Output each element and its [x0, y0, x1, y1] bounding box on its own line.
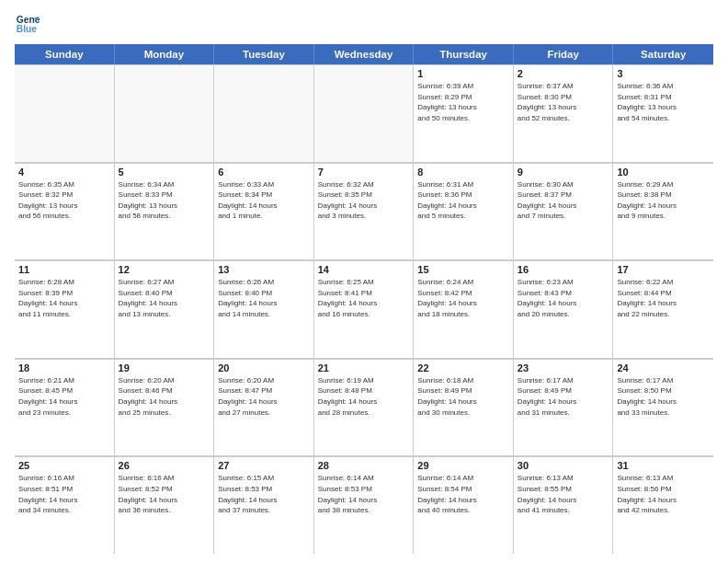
cal-day-30: 30Sunrise: 6:13 AM Sunset: 8:55 PM Dayli… [514, 456, 614, 554]
day-info: Sunrise: 6:18 AM Sunset: 8:49 PM Dayligh… [417, 375, 509, 418]
day-number: 15 [417, 264, 509, 275]
day-info: Sunrise: 6:29 AM Sunset: 8:38 PM Dayligh… [617, 179, 710, 222]
day-info: Sunrise: 6:27 AM Sunset: 8:40 PM Dayligh… [119, 277, 210, 319]
day-header-thursday: Thursday [414, 44, 514, 64]
day-number: 12 [119, 264, 210, 275]
cal-day-empty [15, 64, 115, 162]
cal-day-26: 26Sunrise: 6:16 AM Sunset: 8:52 PM Dayli… [115, 456, 215, 554]
day-number: 25 [18, 460, 110, 471]
cal-day-5: 5Sunrise: 6:34 AM Sunset: 8:33 PM Daylig… [115, 163, 215, 260]
calendar-body: 1Sunrise: 6:39 AM Sunset: 8:29 PM Daylig… [15, 64, 713, 554]
day-number: 7 [318, 167, 410, 178]
day-info: Sunrise: 6:30 AM Sunset: 8:37 PM Dayligh… [518, 179, 609, 222]
calendar: SundayMondayTuesdayWednesdayThursdayFrid… [15, 44, 713, 554]
day-info: Sunrise: 6:17 AM Sunset: 8:50 PM Dayligh… [617, 375, 710, 418]
day-info: Sunrise: 6:16 AM Sunset: 8:52 PM Dayligh… [119, 473, 210, 515]
day-number: 19 [119, 362, 210, 373]
day-info: Sunrise: 6:15 AM Sunset: 8:53 PM Dayligh… [218, 473, 310, 515]
day-info: Sunrise: 6:32 AM Sunset: 8:35 PM Dayligh… [318, 179, 410, 222]
day-info: Sunrise: 6:39 AM Sunset: 8:29 PM Dayligh… [417, 81, 509, 123]
day-number: 16 [518, 264, 609, 275]
day-number: 5 [119, 167, 210, 178]
header: General Blue [15, 11, 713, 37]
day-number: 10 [617, 167, 710, 178]
day-info: Sunrise: 6:25 AM Sunset: 8:41 PM Dayligh… [318, 277, 410, 319]
day-info: Sunrise: 6:24 AM Sunset: 8:42 PM Dayligh… [417, 277, 509, 319]
day-info: Sunrise: 6:23 AM Sunset: 8:43 PM Dayligh… [518, 277, 609, 319]
day-info: Sunrise: 6:28 AM Sunset: 8:39 PM Dayligh… [18, 277, 110, 319]
cal-day-11: 11Sunrise: 6:28 AM Sunset: 8:39 PM Dayli… [15, 260, 115, 358]
day-number: 31 [617, 460, 710, 471]
day-number: 3 [617, 68, 710, 79]
day-number: 8 [417, 167, 509, 178]
day-info: Sunrise: 6:36 AM Sunset: 8:31 PM Dayligh… [617, 81, 710, 123]
day-number: 2 [518, 68, 609, 79]
day-number: 21 [318, 362, 410, 373]
cal-day-22: 22Sunrise: 6:18 AM Sunset: 8:49 PM Dayli… [414, 359, 514, 456]
day-number: 6 [218, 167, 310, 178]
page: General Blue SundayMondayTuesdayWednesda… [0, 0, 728, 563]
day-header-tuesday: Tuesday [214, 44, 314, 64]
cal-day-3: 3Sunrise: 6:36 AM Sunset: 8:31 PM Daylig… [613, 64, 713, 162]
day-info: Sunrise: 6:35 AM Sunset: 8:32 PM Dayligh… [18, 179, 110, 222]
logo-icon: General Blue [15, 11, 40, 37]
day-number: 20 [218, 362, 310, 373]
cal-day-21: 21Sunrise: 6:19 AM Sunset: 8:48 PM Dayli… [314, 359, 415, 456]
cal-day-8: 8Sunrise: 6:31 AM Sunset: 8:36 PM Daylig… [414, 163, 514, 260]
cal-day-empty [214, 64, 314, 162]
cal-day-12: 12Sunrise: 6:27 AM Sunset: 8:40 PM Dayli… [115, 260, 215, 358]
cal-day-27: 27Sunrise: 6:15 AM Sunset: 8:53 PM Dayli… [214, 456, 314, 554]
cal-day-28: 28Sunrise: 6:14 AM Sunset: 8:53 PM Dayli… [314, 456, 415, 554]
cal-day-23: 23Sunrise: 6:17 AM Sunset: 8:49 PM Dayli… [514, 359, 614, 456]
cal-day-13: 13Sunrise: 6:26 AM Sunset: 8:40 PM Dayli… [214, 260, 314, 358]
cal-day-1: 1Sunrise: 6:39 AM Sunset: 8:29 PM Daylig… [414, 64, 514, 162]
day-info: Sunrise: 6:22 AM Sunset: 8:44 PM Dayligh… [617, 277, 710, 319]
calendar-header: SundayMondayTuesdayWednesdayThursdayFrid… [15, 44, 713, 64]
cal-day-19: 19Sunrise: 6:20 AM Sunset: 8:46 PM Dayli… [115, 359, 215, 456]
calendar-week-2: 4Sunrise: 6:35 AM Sunset: 8:32 PM Daylig… [15, 163, 713, 261]
day-number: 17 [617, 264, 710, 275]
day-number: 27 [218, 460, 310, 471]
cal-day-31: 31Sunrise: 6:13 AM Sunset: 8:56 PM Dayli… [613, 456, 713, 554]
cal-day-4: 4Sunrise: 6:35 AM Sunset: 8:32 PM Daylig… [15, 163, 115, 260]
day-info: Sunrise: 6:33 AM Sunset: 8:34 PM Dayligh… [218, 179, 310, 222]
cal-day-15: 15Sunrise: 6:24 AM Sunset: 8:42 PM Dayli… [414, 260, 514, 358]
cal-day-9: 9Sunrise: 6:30 AM Sunset: 8:37 PM Daylig… [514, 163, 614, 260]
day-number: 29 [417, 460, 509, 471]
day-number: 24 [617, 362, 710, 373]
cal-day-29: 29Sunrise: 6:14 AM Sunset: 8:54 PM Dayli… [414, 456, 514, 554]
day-header-monday: Monday [115, 44, 215, 64]
cal-day-18: 18Sunrise: 6:21 AM Sunset: 8:45 PM Dayli… [15, 359, 115, 456]
day-number: 1 [417, 68, 509, 79]
day-number: 11 [18, 264, 110, 275]
day-info: Sunrise: 6:13 AM Sunset: 8:56 PM Dayligh… [617, 473, 710, 515]
cal-day-17: 17Sunrise: 6:22 AM Sunset: 8:44 PM Dayli… [613, 260, 713, 358]
day-info: Sunrise: 6:34 AM Sunset: 8:33 PM Dayligh… [119, 179, 210, 222]
day-info: Sunrise: 6:19 AM Sunset: 8:48 PM Dayligh… [318, 375, 410, 418]
cal-day-7: 7Sunrise: 6:32 AM Sunset: 8:35 PM Daylig… [314, 163, 415, 260]
day-number: 18 [18, 362, 110, 373]
day-info: Sunrise: 6:14 AM Sunset: 8:54 PM Dayligh… [417, 473, 509, 515]
day-info: Sunrise: 6:37 AM Sunset: 8:30 PM Dayligh… [518, 81, 609, 123]
calendar-week-1: 1Sunrise: 6:39 AM Sunset: 8:29 PM Daylig… [15, 64, 713, 163]
day-number: 23 [518, 362, 609, 373]
cal-day-24: 24Sunrise: 6:17 AM Sunset: 8:50 PM Dayli… [613, 359, 713, 456]
svg-text:Blue: Blue [17, 24, 38, 34]
day-header-friday: Friday [514, 44, 614, 64]
day-number: 26 [119, 460, 210, 471]
day-number: 14 [318, 264, 410, 275]
day-info: Sunrise: 6:26 AM Sunset: 8:40 PM Dayligh… [218, 277, 310, 319]
calendar-week-3: 11Sunrise: 6:28 AM Sunset: 8:39 PM Dayli… [15, 260, 713, 359]
day-info: Sunrise: 6:14 AM Sunset: 8:53 PM Dayligh… [318, 473, 410, 515]
calendar-week-4: 18Sunrise: 6:21 AM Sunset: 8:45 PM Dayli… [15, 359, 713, 457]
day-info: Sunrise: 6:20 AM Sunset: 8:46 PM Dayligh… [119, 375, 210, 418]
cal-day-empty [115, 64, 215, 162]
day-header-wednesday: Wednesday [314, 44, 415, 64]
cal-day-empty [314, 64, 415, 162]
calendar-week-5: 25Sunrise: 6:16 AM Sunset: 8:51 PM Dayli… [15, 456, 713, 554]
day-number: 28 [318, 460, 410, 471]
cal-day-2: 2Sunrise: 6:37 AM Sunset: 8:30 PM Daylig… [514, 64, 614, 162]
day-info: Sunrise: 6:20 AM Sunset: 8:47 PM Dayligh… [218, 375, 310, 418]
day-info: Sunrise: 6:16 AM Sunset: 8:51 PM Dayligh… [18, 473, 110, 515]
cal-day-14: 14Sunrise: 6:25 AM Sunset: 8:41 PM Dayli… [314, 260, 415, 358]
